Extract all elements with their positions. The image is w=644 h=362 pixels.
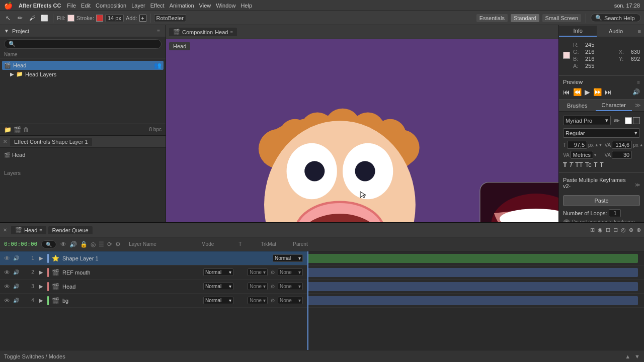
stroke-width-value[interactable]: 14 px [105, 14, 124, 22]
layer-1-mode[interactable]: Normal ▾ [273, 254, 303, 262]
render-queue-tab[interactable]: Render Queue [48, 226, 93, 234]
layer-4-visibility[interactable]: 👁 [4, 297, 11, 304]
shape-tool[interactable]: ⬜ [39, 13, 49, 23]
project-item-head-layers[interactable]: ▶ 📁 Head Layers [10, 70, 162, 78]
layer-2-mode[interactable]: Normal ▾ [203, 268, 233, 276]
project-new-comp-icon[interactable]: 🎬 [14, 126, 21, 133]
workspace-small-screen[interactable]: Small Screen [542, 14, 581, 22]
layer-3-trk[interactable]: None ▾ [248, 283, 268, 290]
select-tool[interactable]: ↖ [3, 13, 13, 23]
layer-4-trk[interactable]: None ▾ [248, 297, 268, 304]
style-dropdown[interactable]: Regular ▾ [563, 128, 640, 138]
tl-icon-solo[interactable]: ◎ [91, 241, 96, 248]
tl-ctrl-2[interactable]: ◉ [598, 227, 603, 233]
pen-tool[interactable]: ✏ [15, 13, 25, 23]
layer-1-visibility[interactable]: 👁 [4, 255, 11, 262]
menu-animation[interactable]: Animation [170, 3, 194, 9]
tab-info[interactable]: Info [559, 26, 597, 37]
project-delete-icon[interactable]: 🗑 [23, 126, 29, 133]
sub-btn[interactable]: T [600, 161, 604, 168]
bold-btn[interactable]: T [563, 161, 567, 168]
fill-color-swatch[interactable] [67, 15, 74, 22]
preview-prev-btn[interactable]: ⏪ [573, 88, 582, 96]
layer-4-expand[interactable]: ▶ [38, 298, 44, 303]
tab-character[interactable]: Character [596, 100, 632, 111]
layer-4-mode[interactable]: Normal ▾ [203, 297, 233, 304]
stroke-color-swatch[interactable] [96, 15, 103, 22]
tl-icon-lock[interactable]: 🔒 [80, 241, 88, 248]
preview-first-btn[interactable]: ⏮ [563, 88, 570, 96]
tl-icon-adjust[interactable]: ⚙ [115, 241, 121, 248]
character-panel-menu[interactable]: ≫ [632, 102, 644, 109]
menu-view[interactable]: View [199, 3, 211, 9]
menu-layer[interactable]: Layer [131, 3, 145, 9]
menu-window[interactable]: Window [216, 3, 235, 9]
timeline-panel-close[interactable]: ✕ [3, 227, 7, 233]
preview-audio-btn[interactable]: 🔊 [632, 88, 640, 96]
layer-1-audio[interactable]: 🔊 [13, 255, 19, 261]
timeline-toggle-switches[interactable]: Toggle Switches / Modes [4, 353, 65, 359]
layer-2-visibility[interactable]: 👁 [4, 269, 11, 276]
layer-3-parent[interactable]: None ▾ [278, 283, 303, 290]
layer-2-trk[interactable]: None ▾ [248, 268, 268, 276]
tl-ctrl-7[interactable]: ⊜ [636, 227, 641, 233]
tl-ctrl-6[interactable]: ⊛ [629, 227, 633, 233]
layer-1-expand[interactable]: ▶ [38, 255, 44, 261]
brush-tool[interactable]: 🖌 [27, 13, 37, 23]
project-new-folder-icon[interactable]: 📁 [4, 126, 12, 133]
font-size-value[interactable]: 97,5 [567, 141, 587, 149]
preview-play-btn[interactable]: ▶ [585, 88, 590, 96]
paste-button[interactable]: Paste [563, 195, 640, 206]
layer-3-audio[interactable]: 🔊 [13, 284, 19, 289]
tab-audio[interactable]: Audio [597, 26, 634, 36]
tracking-value[interactable]: 114,6 [612, 141, 632, 149]
info-panel-menu[interactable]: ≡ [635, 28, 644, 34]
tl-icon-shy[interactable]: ☰ [99, 241, 104, 248]
project-item-head[interactable]: 🎬 Head 👥 [2, 61, 164, 70]
allcaps-btn[interactable]: TT [575, 161, 583, 168]
tl-ctrl-4[interactable]: ⊟ [613, 227, 618, 233]
tl-ctrl-3[interactable]: ⊡ [606, 227, 610, 233]
tl-icon-motion[interactable]: ⟳ [107, 241, 112, 248]
layer-2-parent[interactable]: None ▾ [278, 268, 303, 276]
kerning-value[interactable]: Metrics [571, 151, 593, 159]
paste-panel-menu[interactable]: ≫ [635, 182, 640, 188]
timeline-tab-menu[interactable]: ≡ [39, 228, 42, 233]
menu-composition[interactable]: Composition [96, 3, 126, 9]
tl-ctrl-1[interactable]: ⊞ [590, 227, 595, 233]
smallcaps-btn[interactable]: Tc [585, 161, 592, 168]
add-icon[interactable]: + [139, 15, 146, 22]
menu-help[interactable]: Help [240, 3, 252, 9]
comp-tab-head[interactable]: 🎬 Composition Head ≡ [169, 28, 237, 36]
layer-4-parent[interactable]: None ▾ [278, 297, 303, 304]
workspace-essentials[interactable]: Essentials [476, 14, 508, 22]
font-edit-icon[interactable]: ✏ [614, 117, 620, 125]
layer-2-expand[interactable]: ▶ [38, 269, 44, 275]
tl-footer-icon-1[interactable]: ▲ [625, 353, 630, 359]
curve-mode-value[interactable]: RotoBezier [154, 14, 186, 22]
tl-icon-video[interactable]: 👁 [60, 241, 66, 248]
paste-loops-value[interactable]: 1 [609, 209, 621, 217]
effect-tab-shape[interactable]: Effect Controls Shape Layer 1 [10, 138, 92, 146]
super-btn[interactable]: T [594, 161, 598, 168]
preview-menu[interactable]: ≡ [637, 79, 640, 85]
project-search-input[interactable]: 🔍 [4, 39, 162, 49]
timeline-layer-1[interactable]: 👁 🔊 1 ▶ ⭐ Shape Layer 1 Normal ▾ [0, 251, 307, 265]
layer-2-audio[interactable]: 🔊 [13, 269, 19, 275]
comp-tab-close[interactable]: ≡ [230, 30, 232, 35]
timeline-tab-head[interactable]: 🎬 Head ≡ [11, 226, 46, 234]
menu-file[interactable]: File [67, 3, 76, 9]
tl-ctrl-5[interactable]: ◎ [621, 227, 626, 233]
preview-next-btn[interactable]: ⏩ [593, 88, 602, 96]
effect-panel-close[interactable]: ✕ [3, 139, 7, 144]
timeline-search[interactable]: 🔍 [41, 240, 56, 248]
menu-edit[interactable]: Edit [81, 3, 91, 9]
kerning-num-value[interactable]: 30 [612, 151, 632, 159]
help-search-box[interactable]: 🔍 Search Help [591, 14, 641, 22]
layer-3-expand[interactable]: ▶ [38, 284, 44, 289]
font-white-swatch[interactable] [625, 117, 632, 124]
workspace-standard[interactable]: Standard [511, 14, 539, 22]
timeline-layer-3[interactable]: 👁 🔊 3 ▶ 🎬 Head Normal ▾ None ▾ ⊙ [0, 280, 307, 294]
menu-effect[interactable]: Effect [150, 3, 165, 9]
layer-3-visibility[interactable]: 👁 [4, 283, 11, 290]
